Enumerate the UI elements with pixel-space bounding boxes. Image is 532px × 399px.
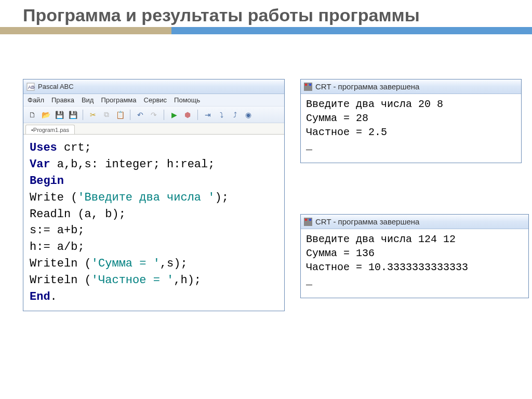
app-icon: ABC	[26, 83, 35, 91]
crt-icon	[304, 218, 312, 226]
menu-view[interactable]: Вид	[82, 96, 94, 104]
open-file-icon[interactable]: 📂	[40, 109, 51, 121]
menu-help[interactable]: Помощь	[174, 96, 200, 104]
menu-bar: Файл Правка Вид Программа Сервис Помощь	[23, 94, 284, 107]
crt-output-window-2: CRT - программа завершена Введите два чи…	[300, 214, 529, 298]
crt-icon	[304, 83, 312, 91]
file-tab[interactable]: •Program1.pas	[25, 125, 75, 134]
run-icon[interactable]: ▶	[168, 109, 180, 121]
keyword-uses: Uses	[30, 141, 57, 154]
slide-title: Программа и результаты работы программы	[23, 5, 420, 25]
step-into-icon[interactable]: ⤵	[216, 109, 227, 121]
save-all-icon[interactable]: 💾	[67, 109, 78, 121]
window-titlebar: ABC Pascal ABC	[23, 79, 284, 94]
pascal-abc-window: ABC Pascal ABC Файл Правка Вид Программа…	[23, 79, 285, 311]
menu-service[interactable]: Сервис	[144, 96, 167, 104]
crt-titlebar: CRT - программа завершена	[301, 215, 528, 229]
save-icon[interactable]: 💾	[54, 109, 65, 121]
menu-edit[interactable]: Правка	[51, 96, 74, 104]
keyword-end: End	[30, 290, 50, 303]
crt-titlebar: CRT - программа завершена	[301, 79, 521, 94]
crt-title-text: CRT - программа завершена	[315, 217, 419, 226]
step-icon[interactable]: ⇥	[202, 109, 214, 121]
menu-program[interactable]: Программа	[101, 96, 136, 104]
copy-icon[interactable]: ⧉	[101, 109, 112, 121]
keyword-var: Var	[30, 158, 50, 171]
step-over-icon[interactable]: ⤴	[229, 109, 241, 121]
svg-text:ABC: ABC	[28, 85, 35, 90]
stop-icon[interactable]: ⬢	[182, 109, 193, 121]
breakpoint-icon[interactable]: ◉	[243, 109, 254, 121]
crt-output-text: Введите два числа 20 8 Сумма = 28 Частно…	[301, 94, 521, 163]
menu-file[interactable]: Файл	[28, 96, 44, 104]
redo-icon[interactable]: ↷	[148, 109, 159, 121]
toolbar: 🗋 📂 💾 💾 ✂ ⧉ 📋 ↶ ↷ ▶ ⬢ ⇥ ⤵ ⤴ ◉	[23, 107, 284, 123]
undo-icon[interactable]: ↶	[135, 109, 146, 121]
tab-bar: •Program1.pas	[23, 123, 284, 135]
crt-output-text: Введите два числа 124 12 Сумма = 136 Час…	[301, 229, 528, 298]
cut-icon[interactable]: ✂	[87, 109, 99, 121]
code-editor[interactable]: Uses crt; Var a,b,s: integer; h:real; Be…	[23, 135, 284, 311]
crt-output-window-1: CRT - программа завершена Введите два чи…	[300, 79, 522, 163]
crt-title-text: CRT - программа завершена	[315, 82, 419, 91]
keyword-begin: Begin	[30, 175, 64, 188]
paste-icon[interactable]: 📋	[114, 109, 126, 121]
window-title: Pascal ABC	[38, 83, 74, 90]
new-file-icon[interactable]: 🗋	[26, 109, 38, 121]
